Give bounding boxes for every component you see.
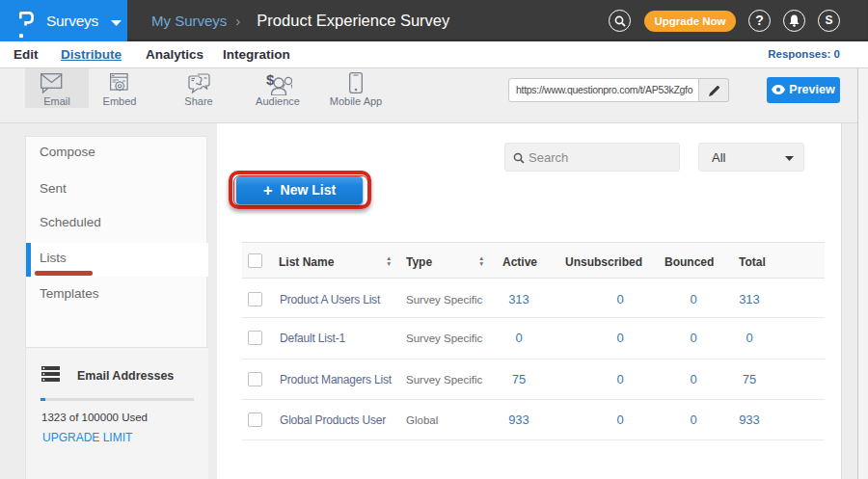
svg-text:$: $: [266, 71, 275, 88]
